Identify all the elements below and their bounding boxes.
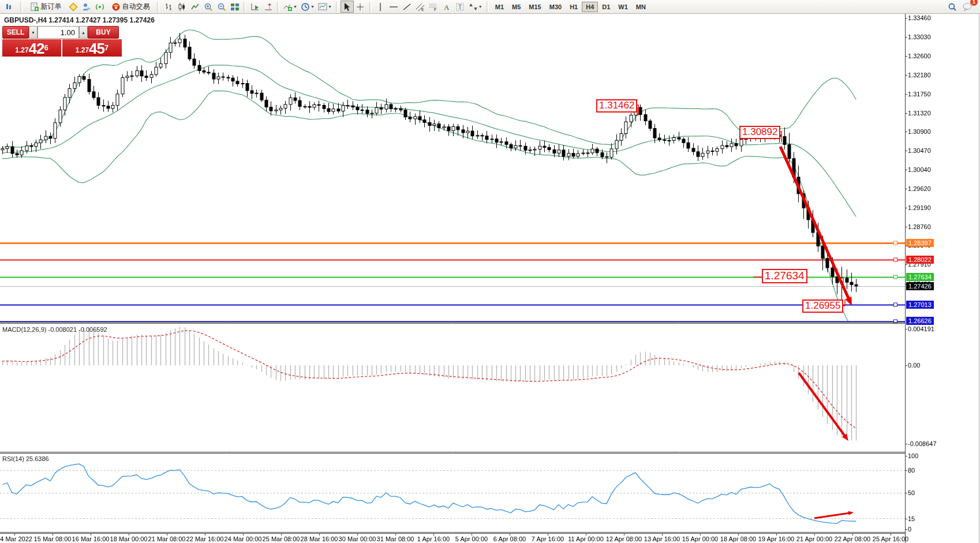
autotrading-icon [111, 2, 121, 12]
time-tick-label: 25 Apr 16:00 [873, 535, 908, 542]
chat-button[interactable]: 1 [959, 0, 975, 13]
chart-window-icon[interactable] [1, 0, 18, 13]
time-tick-label: 21 Apr 00:00 [796, 535, 832, 542]
text-icon: A [442, 2, 451, 12]
time-tick-label: 30 Mar 00:00 [339, 535, 376, 542]
timeframe-m5[interactable]: M5 [508, 2, 525, 12]
chevron-down-icon: ▼ [293, 5, 297, 9]
price-annotation[interactable]: 1.26955 [802, 299, 843, 313]
price-tick-label: 1.33030 [908, 33, 931, 40]
time-tick-label: 21 Mar 08:00 [148, 535, 186, 542]
buy-price-big: 45 [89, 41, 104, 56]
rsi-indicator-label: RSI(14) 25.6386 [2, 455, 49, 462]
new-order-button[interactable]: 新订单 [25, 1, 66, 13]
arrows-button[interactable]: ▼ [467, 1, 484, 13]
price-tick-label: 1.28760 [908, 223, 931, 230]
autoscroll-button[interactable] [248, 1, 261, 13]
price-annotation[interactable]: 1.31462 [596, 99, 637, 113]
timeframe-d1[interactable]: D1 [598, 2, 614, 12]
periods-button[interactable]: ▼ [299, 1, 316, 13]
price-tick-label: 1.32600 [908, 53, 931, 59]
zoom-in-button[interactable] [201, 1, 215, 13]
sell-price-small: 1.27 [15, 44, 28, 56]
bars-chart-button[interactable] [162, 1, 175, 13]
rsi-axis-label: 0 [908, 526, 911, 533]
timeframe-w1[interactable]: W1 [614, 2, 632, 12]
label-icon: T [455, 2, 465, 12]
time-tick-label: 6 Apr 08:00 [493, 535, 526, 542]
sell-button[interactable]: SELL [2, 26, 29, 39]
cursor-button[interactable] [341, 1, 354, 13]
zoom-out-button[interactable] [215, 1, 228, 13]
line-chart-button[interactable] [188, 1, 201, 13]
cursor-icon [342, 2, 351, 12]
macd-axis-label: 0.00 [908, 362, 920, 369]
buy-price-sup: 7 [104, 39, 109, 57]
sell-price-big: 42 [29, 41, 44, 56]
text-button[interactable]: A [440, 1, 454, 13]
svg-text:F: F [434, 8, 436, 12]
horizontal-line-button[interactable] [387, 1, 401, 13]
tile-windows-icon [230, 2, 240, 12]
bars-chart-icon [164, 2, 173, 12]
macd-axis-label: 0.004191 [908, 325, 934, 332]
price-level-badge: 1.27426 [906, 282, 934, 290]
mt4-window: 新订单 自动交易 [0, 0, 980, 543]
volume-decrease-button[interactable]: ▼ [29, 26, 38, 39]
price-annotation[interactable]: 1.27634 [762, 269, 807, 283]
hline-icon [389, 2, 398, 12]
timeframe-mn[interactable]: MN [632, 2, 650, 12]
market-button[interactable] [80, 1, 93, 13]
timeframe-h4[interactable]: H4 [582, 2, 598, 12]
divider [244, 2, 246, 12]
price-tick-label: 1.29190 [908, 204, 931, 211]
time-tick-label: 22 Mar 16:00 [186, 535, 224, 542]
candles-chart-button[interactable] [175, 1, 188, 13]
divider [336, 2, 338, 12]
signals-button[interactable] [93, 1, 106, 13]
fibonacci-button[interactable]: F [427, 1, 440, 13]
timeframe-m15[interactable]: M15 [525, 2, 545, 12]
time-tick-label: 18 Mar 00:00 [110, 535, 148, 542]
trendline-button[interactable] [401, 1, 414, 13]
timeframe-m1[interactable]: M1 [491, 2, 508, 12]
buy-button[interactable]: BUY [88, 26, 119, 39]
sell-price-panel[interactable]: 1.27426 [2, 39, 61, 57]
crosshair-icon [356, 2, 365, 12]
time-tick-label: 31 Mar 08:00 [377, 535, 414, 542]
time-tick-label: 13 Apr 16:00 [644, 535, 680, 542]
timeframe-h1[interactable]: H1 [566, 2, 582, 12]
search-button[interactable] [945, 1, 959, 13]
chat-unread-badge: 1 [970, 0, 978, 6]
price-tick-label: 1.30470 [908, 147, 931, 154]
chart-canvas[interactable] [0, 0, 980, 543]
chart-shift-button[interactable] [261, 1, 275, 13]
time-tick-label: 5 Apr 00:00 [455, 535, 488, 542]
volume-field[interactable]: 1.00 [38, 26, 79, 39]
crosshair-button[interactable] [354, 1, 367, 13]
channel-icon: E [416, 2, 425, 12]
time-tick-label: 24 Mar 00:00 [225, 535, 262, 542]
equidistant-channel-button[interactable]: E [414, 1, 427, 13]
volume-increase-button[interactable]: ▲ [79, 26, 88, 39]
zoom-out-icon [217, 2, 226, 12]
text-label-button[interactable]: T [454, 1, 467, 13]
buy-price-small: 1.27 [76, 44, 89, 56]
metaeditor-button[interactable] [66, 1, 80, 13]
buy-price-panel[interactable]: 1.27457 [62, 39, 122, 57]
time-tick-label: 15 Apr 00:00 [682, 535, 718, 542]
timeframe-m30[interactable]: M30 [545, 2, 566, 12]
price-level-badge: 1.28397 [906, 239, 934, 247]
autotrading-button[interactable]: 自动交易 [106, 1, 155, 13]
templates-button[interactable]: ▼ [316, 1, 334, 13]
tile-windows-button[interactable] [228, 1, 241, 13]
macd-axis-label: -0.008647 [908, 440, 937, 447]
time-tick-label: 14 Mar 2022 [0, 535, 32, 542]
indicators-button[interactable]: ▼ [282, 1, 299, 13]
timeframe-group: M1M5M15M30H1H4D1W1MN [491, 2, 650, 12]
chevron-down-icon: ▼ [311, 5, 315, 9]
price-tick-label: 1.31320 [908, 110, 931, 117]
vertical-line-button[interactable] [374, 1, 387, 13]
price-annotation[interactable]: 1.30892 [739, 126, 780, 139]
price-level-badge: 1.27634 [906, 273, 934, 281]
